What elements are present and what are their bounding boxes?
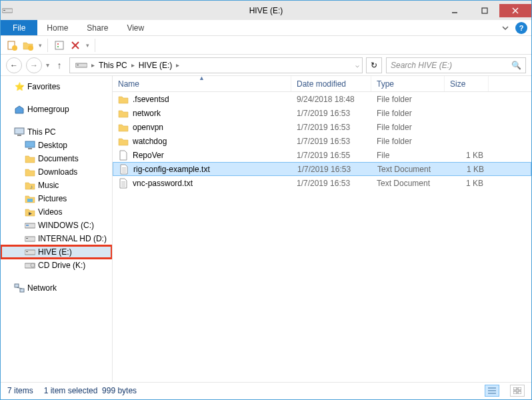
titlebar: HIVE (E:) xyxy=(1,1,531,20)
forward-button[interactable]: → xyxy=(26,57,42,73)
folder-icon xyxy=(118,94,129,105)
file-row[interactable]: watchdog1/7/2019 16:53File folder xyxy=(113,134,531,148)
sidebar-item-internal-hd-d-[interactable]: INTERNAL HD (D:) xyxy=(1,232,112,245)
sidebar-item-homegroup[interactable]: Homegroup xyxy=(1,103,112,116)
column-name[interactable]: Name▲ xyxy=(113,76,291,91)
file-name: rig-config-example.txt xyxy=(133,165,210,174)
new-folder-icon[interactable] xyxy=(21,38,35,53)
up-button[interactable]: ↑ xyxy=(53,60,65,71)
dropdown-icon[interactable]: ▾ xyxy=(37,38,43,53)
delete-icon[interactable] xyxy=(68,38,83,53)
history-dropdown-icon[interactable]: ⌵ xyxy=(355,61,359,69)
tab-share[interactable]: Share xyxy=(77,20,117,35)
file-size: 1 KB xyxy=(445,165,489,174)
svg-rect-28 xyxy=(26,251,28,252)
svg-rect-17 xyxy=(17,135,21,136)
status-bytes: 999 bytes xyxy=(102,386,137,395)
sidebar-item-downloads[interactable]: Downloads xyxy=(1,165,112,179)
file-type: File folder xyxy=(371,95,445,104)
breadcrumb-segment[interactable]: HIVE (E:) xyxy=(136,61,175,70)
sidebar-item-desktop[interactable]: Desktop xyxy=(1,139,112,152)
svg-rect-32 xyxy=(20,289,24,292)
svg-text:♪: ♪ xyxy=(30,184,33,190)
file-row[interactable]: vnc-password.txt1/7/2019 16:53Text Docum… xyxy=(113,176,531,190)
column-type[interactable]: Type xyxy=(371,76,445,91)
file-type: Text Document xyxy=(371,179,445,188)
file-row[interactable]: rig-config-example.txt1/7/2019 16:53Text… xyxy=(113,162,531,176)
file-name: vnc-password.txt xyxy=(133,179,193,188)
file-menu[interactable]: File xyxy=(1,20,37,35)
sidebar-item-thispc[interactable]: This PC xyxy=(1,125,112,139)
search-icon: 🔍 xyxy=(511,61,521,70)
text-icon xyxy=(118,178,129,189)
navigation-pane: ⭐ Favorites Homegroup This PC DesktopDoc… xyxy=(1,76,113,382)
cd-icon xyxy=(25,260,35,271)
file-date: 1/7/2019 16:55 xyxy=(291,151,371,160)
tab-view[interactable]: View xyxy=(117,20,153,35)
dropdown-icon[interactable]: ▾ xyxy=(84,38,91,53)
sidebar-item-hive-e-[interactable]: HIVE (E:) xyxy=(1,245,112,259)
help-button[interactable]: ? xyxy=(515,22,527,34)
sidebar-item-network[interactable]: Network xyxy=(1,281,112,295)
sidebar-item-videos[interactable]: Videos xyxy=(1,205,112,219)
star-icon: ⭐ xyxy=(14,81,25,92)
svg-rect-18 xyxy=(25,141,35,147)
file-size: 1 KB xyxy=(445,179,489,188)
view-details-button[interactable] xyxy=(485,385,499,397)
homegroup-icon xyxy=(14,104,25,115)
sidebar-item-windows-c-[interactable]: WINDOWS (C:) xyxy=(1,219,112,232)
svg-point-30 xyxy=(31,263,35,267)
folder-icon xyxy=(118,122,129,133)
sidebar-item-pictures[interactable]: Pictures xyxy=(1,192,112,205)
chevron-icon[interactable]: ▸ xyxy=(131,61,135,69)
ribbon-expand-icon[interactable] xyxy=(497,20,514,35)
svg-rect-9 xyxy=(55,41,63,49)
breadcrumb[interactable]: ▸ This PC ▸ HIVE (E:) ▸ ⌵ xyxy=(69,57,363,73)
svg-rect-16 xyxy=(15,128,24,134)
minimize-button[interactable] xyxy=(439,4,469,17)
properties-icon[interactable] xyxy=(52,38,67,53)
window-title: HIVE (E:) xyxy=(249,6,283,15)
svg-rect-31 xyxy=(15,284,19,287)
drive-icon xyxy=(25,233,35,244)
close-button[interactable] xyxy=(499,4,531,17)
file-type: File folder xyxy=(371,123,445,132)
refresh-button[interactable]: ↻ xyxy=(366,57,382,73)
sidebar-item-cd-drive-k-[interactable]: CD Drive (K:) xyxy=(1,259,112,272)
svg-rect-19 xyxy=(28,148,32,149)
desktop-icon xyxy=(25,140,35,151)
new-item-icon[interactable] xyxy=(5,38,19,53)
drive-icon xyxy=(25,247,35,257)
sidebar-item-music[interactable]: ♪Music xyxy=(1,179,112,192)
chevron-icon[interactable]: ▸ xyxy=(176,61,179,69)
folder-icon xyxy=(118,108,129,119)
ribbon: File Home Share View ? xyxy=(1,20,531,36)
file-type: File xyxy=(371,151,445,160)
column-size[interactable]: Size xyxy=(445,76,489,91)
breadcrumb-segment[interactable]: This PC xyxy=(96,61,130,70)
svg-point-11 xyxy=(57,46,59,47)
file-row[interactable]: RepoVer1/7/2019 16:55File1 KB xyxy=(113,148,531,162)
file-date: 9/24/2018 18:48 xyxy=(291,95,371,104)
file-date: 1/7/2019 16:53 xyxy=(291,179,371,188)
tab-home[interactable]: Home xyxy=(37,20,77,35)
drive-icon xyxy=(73,62,90,69)
view-large-icons-button[interactable] xyxy=(510,385,525,397)
file-row[interactable]: network1/7/2019 16:53File folder xyxy=(113,106,531,120)
sidebar-item-favorites[interactable]: ⭐ Favorites xyxy=(1,80,112,93)
maximize-button[interactable] xyxy=(469,4,499,17)
file-date: 1/7/2019 16:53 xyxy=(291,123,371,132)
search-placeholder: Search HIVE (E:) xyxy=(391,61,452,70)
column-date[interactable]: Date modified xyxy=(291,76,371,91)
back-button[interactable]: ← xyxy=(6,57,22,73)
file-size: 1 KB xyxy=(445,151,489,160)
file-row[interactable]: openvpn1/7/2019 16:53File folder xyxy=(113,120,531,134)
sidebar-item-documents[interactable]: Documents xyxy=(1,152,112,165)
videos-icon xyxy=(25,207,35,217)
chevron-icon[interactable]: ▸ xyxy=(91,61,95,69)
search-input[interactable]: Search HIVE (E:) 🔍 xyxy=(386,57,526,73)
status-selection: 1 item selected xyxy=(44,386,98,395)
recent-locations-icon[interactable]: ▾ xyxy=(46,61,49,69)
file-row[interactable]: .fseventsd9/24/2018 18:48File folder xyxy=(113,92,531,106)
svg-rect-27 xyxy=(25,250,35,255)
